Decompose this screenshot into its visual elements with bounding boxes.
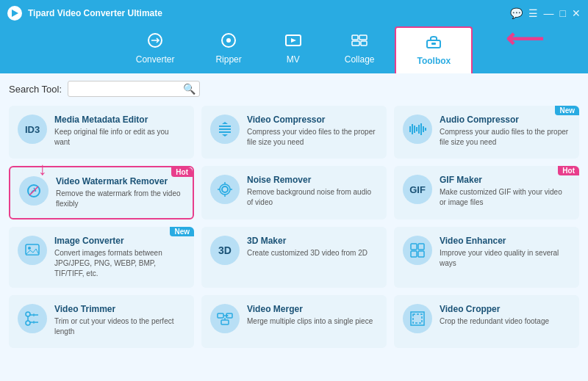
image-converter-badge: New bbox=[170, 227, 194, 236]
svg-rect-47 bbox=[218, 313, 223, 318]
svg-point-41 bbox=[26, 312, 30, 316]
video-cropper-name: Video Cropper bbox=[440, 304, 570, 314]
tool-card-image-converter[interactable]: New Image Converter Convert images forma… bbox=[9, 227, 194, 288]
tool-card-video-compressor[interactable]: Video Compressor Compress your video fil… bbox=[201, 106, 387, 159]
video-cropper-info: Video Cropper Crop the redundant video f… bbox=[440, 304, 570, 327]
nav-area: Converter Ripper MV bbox=[0, 26, 588, 73]
tab-toolbox-label: Toolbox bbox=[417, 56, 451, 66]
svg-rect-6 bbox=[352, 35, 358, 40]
media-metadata-icon: ID3 bbox=[18, 115, 47, 144]
tool-card-noise-remover[interactable]: Noise Remover Remove background noise fr… bbox=[201, 166, 387, 219]
search-icon[interactable]: 🔍 bbox=[183, 83, 196, 95]
3d-maker-name: 3D Maker bbox=[247, 236, 378, 246]
video-merger-desc: Merge multiple clips into a single piece bbox=[247, 316, 378, 327]
video-enhancer-desc: Improve your video quality in several wa… bbox=[440, 248, 570, 269]
watermark-remover-badge: Hot bbox=[171, 167, 193, 177]
maximize-btn[interactable]: □ bbox=[560, 7, 566, 19]
svg-rect-36 bbox=[411, 244, 417, 250]
tool-card-video-enhancer[interactable]: Video Enhancer Improve your video qualit… bbox=[394, 227, 579, 288]
svg-point-34 bbox=[28, 247, 31, 250]
video-trimmer-icon bbox=[18, 304, 47, 333]
tab-collage[interactable]: Collage bbox=[324, 26, 395, 73]
svg-marker-5 bbox=[291, 38, 296, 43]
noise-remover-info: Noise Remover Remove background noise fr… bbox=[247, 175, 378, 208]
image-converter-name: Image Converter bbox=[54, 236, 185, 246]
nav-tabs: Converter Ripper MV bbox=[0, 26, 588, 73]
video-compressor-info: Video Compressor Compress your video fil… bbox=[247, 115, 378, 148]
tab-ripper[interactable]: Ripper bbox=[195, 26, 262, 73]
tab-mv[interactable]: MV bbox=[262, 26, 324, 73]
video-cropper-desc: Crop the redundant video footage bbox=[440, 316, 570, 327]
video-cropper-icon bbox=[403, 304, 432, 333]
converter-icon bbox=[145, 32, 165, 51]
svg-line-26 bbox=[29, 186, 38, 195]
media-metadata-name: Media Metadata Editor bbox=[54, 115, 185, 125]
tab-toolbox[interactable]: Toolbox bbox=[395, 26, 473, 73]
gif-maker-name: GIF Maker bbox=[440, 175, 570, 185]
video-trimmer-name: Video Trimmer bbox=[54, 304, 185, 314]
noise-remover-icon bbox=[210, 175, 240, 204]
ripper-icon bbox=[218, 32, 239, 51]
svg-rect-37 bbox=[418, 244, 424, 250]
minimize-btn[interactable]: — bbox=[544, 7, 554, 19]
watermark-remover-icon bbox=[19, 176, 49, 206]
tool-card-video-trimmer[interactable]: Video Trimmer Trim or cut your videos to… bbox=[9, 295, 194, 348]
tool-card-audio-compressor[interactable]: New Audio Compressor Compress your audio… bbox=[394, 106, 579, 159]
3d-maker-info: 3D Maker Create customized 3D video from… bbox=[247, 236, 378, 258]
menu-btn[interactable]: ☰ bbox=[528, 7, 538, 19]
noise-remover-name: Noise Remover bbox=[247, 175, 378, 185]
image-converter-desc: Convert images formats between JPG/JPEG,… bbox=[54, 248, 185, 279]
tool-card-gif-maker[interactable]: Hot GIF GIF Maker Make customized GIF wi… bbox=[394, 166, 579, 219]
audio-compressor-icon bbox=[403, 115, 432, 144]
image-converter-icon bbox=[18, 236, 47, 265]
video-enhancer-info: Video Enhancer Improve your video qualit… bbox=[440, 236, 570, 269]
search-input[interactable] bbox=[73, 84, 183, 94]
gif-maker-info: GIF Maker Make customized GIF with your … bbox=[440, 175, 570, 208]
noise-remover-desc: Remove background noise from audio of vi… bbox=[247, 187, 378, 208]
audio-compressor-name: Audio Compressor bbox=[440, 115, 570, 125]
svg-rect-39 bbox=[418, 251, 424, 257]
svg-point-27 bbox=[222, 186, 228, 192]
svg-rect-8 bbox=[352, 41, 359, 46]
audio-compressor-info: Audio Compressor Compress your audio fil… bbox=[440, 115, 570, 148]
tool-card-video-watermark-remover[interactable]: Hot Video Watermark Remover Remove the w… bbox=[9, 166, 194, 219]
svg-marker-0 bbox=[12, 10, 18, 17]
tab-collage-label: Collage bbox=[345, 54, 375, 65]
collage-icon bbox=[349, 32, 370, 51]
title-bar-controls: 💬 ☰ — □ ✕ bbox=[510, 7, 581, 19]
video-trimmer-info: Video Trimmer Trim or cut your videos to… bbox=[54, 304, 185, 337]
watermark-remover-info: Video Watermark Remover Remove the water… bbox=[56, 176, 184, 209]
3d-maker-desc: Create customized 3D video from 2D bbox=[247, 248, 378, 258]
tab-converter[interactable]: Converter bbox=[115, 26, 196, 73]
svg-rect-9 bbox=[361, 41, 367, 46]
audio-compressor-desc: Compress your audio files to the proper … bbox=[440, 127, 570, 148]
video-compressor-icon bbox=[210, 115, 240, 144]
svg-marker-15 bbox=[222, 122, 228, 124]
title-bar-left: Tipard Video Converter Ultimate bbox=[7, 6, 162, 21]
svg-point-40 bbox=[26, 321, 30, 325]
tool-card-video-cropper[interactable]: Video Cropper Crop the redundant video f… bbox=[394, 295, 579, 348]
svg-rect-53 bbox=[413, 314, 422, 323]
chat-btn[interactable]: 💬 bbox=[510, 7, 523, 19]
tool-card-video-merger[interactable]: Video Merger Merge multiple clips into a… bbox=[201, 295, 387, 348]
toolbox-icon bbox=[423, 34, 444, 53]
media-metadata-info: Media Metadata Editor Keep original file… bbox=[54, 115, 185, 148]
video-compressor-name: Video Compressor bbox=[247, 115, 378, 125]
tab-ripper-label: Ripper bbox=[215, 54, 241, 65]
tool-card-media-metadata-editor[interactable]: ID3 Media Metadata Editor Keep original … bbox=[9, 106, 194, 159]
svg-marker-35 bbox=[26, 249, 39, 255]
media-metadata-desc: Keep original file info or edit as you w… bbox=[54, 127, 185, 148]
app-title: Tipard Video Converter Ultimate bbox=[28, 8, 162, 18]
watermark-remover-name: Video Watermark Remover bbox=[56, 176, 184, 186]
gif-maker-badge: Hot bbox=[558, 166, 579, 175]
audio-compressor-badge: New bbox=[555, 106, 579, 115]
tools-grid: ID3 Media Metadata Editor Keep original … bbox=[9, 106, 579, 348]
video-enhancer-name: Video Enhancer bbox=[440, 236, 570, 246]
content-area: Search Tool: 🔍 ID3 Media Metadata Editor… bbox=[0, 73, 588, 381]
mv-icon bbox=[283, 32, 304, 51]
close-btn[interactable]: ✕ bbox=[572, 7, 581, 19]
gif-maker-icon: GIF bbox=[403, 175, 432, 204]
image-converter-info: Image Converter Convert images formats b… bbox=[54, 236, 185, 279]
svg-marker-50 bbox=[226, 314, 229, 317]
tool-card-3d-maker[interactable]: 3D 3D Maker Create customized 3D video f… bbox=[201, 227, 387, 288]
